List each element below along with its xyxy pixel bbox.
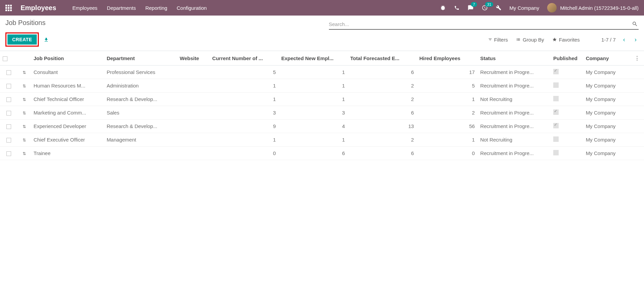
cell-dept: Management [104,133,177,147]
cell-dept [104,147,177,160]
cell-forecast: 6 [347,147,417,160]
activities-badge: 31 [485,2,493,7]
cell-dept: Professional Services [104,66,177,79]
drag-handle-icon[interactable]: ⇅ [23,138,26,143]
table-row[interactable]: ⇅Marketing and Comm...Sales3362Recruitme… [0,106,644,120]
cell-company: My Company [583,133,632,147]
nav-item-reporting[interactable]: Reporting [145,5,167,11]
list-icon [516,37,521,42]
col-published[interactable]: Published [551,51,583,66]
create-button[interactable]: CREATE [7,34,37,45]
breadcrumb: Job Positions [5,19,322,27]
published-checkbox[interactable] [553,96,559,101]
published-checkbox[interactable] [553,82,559,88]
col-dept[interactable]: Department [104,51,177,66]
filters-button[interactable]: Filters [488,37,508,43]
cell-forecast: 13 [347,120,417,133]
nav-item-departments[interactable]: Departments [107,5,136,11]
drag-handle-icon[interactable]: ⇅ [23,111,26,116]
cell-job: Human Resources M... [31,79,104,93]
cell-status: Recruitment in Progre... [477,79,551,93]
cell-dept: Research & Develop... [104,120,177,133]
export-button[interactable] [44,36,49,43]
drag-handle-icon[interactable]: ⇅ [23,84,26,89]
row-checkbox[interactable] [6,111,11,116]
drag-handle-icon[interactable]: ⇅ [23,97,26,102]
tools-icon[interactable] [496,5,501,10]
cell-forecast: 2 [347,79,417,93]
cell-company: My Company [583,106,632,120]
table-row[interactable]: ⇅Trainee0660Recruitment in Progre...My C… [0,147,644,160]
debug-icon[interactable] [440,5,446,11]
cell-expected: 3 [279,106,348,120]
published-checkbox[interactable] [553,123,559,128]
select-all-checkbox[interactable] [3,56,7,61]
app-name[interactable]: Employees [21,4,56,12]
apps-icon[interactable] [5,5,12,11]
create-highlight: CREATE [5,32,39,47]
drag-handle-icon[interactable]: ⇅ [23,124,26,129]
search-input[interactable] [329,21,632,27]
top-navbar: Employees Employees Departments Reportin… [0,0,644,16]
table-row[interactable]: ⇅Experienced DeveloperResearch & Develop… [0,120,644,133]
table-row[interactable]: ⇅ConsultantProfessional Services51617Rec… [0,66,644,79]
messaging-badge: 7 [471,2,477,7]
cell-status: Recruitment in Progre... [477,120,551,133]
col-company[interactable]: Company [583,51,632,66]
col-website[interactable]: Website [177,51,209,66]
cell-job: Consultant [31,66,104,79]
published-checkbox[interactable] [553,136,559,142]
cell-published [551,147,583,160]
table-row[interactable]: ⇅Chief Technical OfficerResearch & Devel… [0,93,644,106]
pager-next[interactable]: › [633,35,639,44]
cell-job: Experienced Developer [31,120,104,133]
col-job[interactable]: Job Position [31,51,104,66]
pager-prev[interactable]: ‹ [621,35,627,44]
company-switcher[interactable]: My Company [509,5,539,11]
messaging-icon[interactable]: 7 [468,5,474,11]
row-checkbox[interactable] [6,138,11,143]
cell-published [551,133,583,147]
table-row[interactable]: ⇅Chief Executive OfficerManagement1121No… [0,133,644,147]
cell-dept: Administration [104,79,177,93]
star-icon [552,37,557,42]
table-row[interactable]: ⇅Human Resources M...Administration1125R… [0,79,644,93]
cell-status: Recruitment in Progre... [477,106,551,120]
published-checkbox[interactable] [553,69,559,74]
cell-current: 1 [209,79,279,93]
nav-item-configuration[interactable]: Configuration [177,5,207,11]
row-checkbox[interactable] [6,151,11,156]
col-expected[interactable]: Expected New Empl... [279,51,348,66]
col-status[interactable]: Status [477,51,551,66]
cell-published [551,106,583,120]
col-forecast[interactable]: Total Forecasted E... [347,51,417,66]
cell-expected: 1 [279,133,348,147]
groupby-button[interactable]: Group By [516,37,544,43]
row-checkbox[interactable] [6,97,11,102]
cell-expected: 4 [279,120,348,133]
nav-item-employees[interactable]: Employees [73,5,97,11]
job-positions-table: Job Position Department Website Current … [0,51,644,160]
user-menu[interactable]: Mitchell Admin (15722349-15-0-all) [547,3,639,12]
optional-columns-icon[interactable]: ⋮ [635,55,640,61]
pager-text[interactable]: 1-7 / 7 [601,37,616,43]
col-current[interactable]: Current Number of ... [209,51,279,66]
cell-published [551,66,583,79]
drag-handle-icon[interactable]: ⇅ [23,151,26,156]
row-checkbox[interactable] [6,84,11,89]
cell-current: 1 [209,133,279,147]
cell-website [177,79,209,93]
col-hired[interactable]: Hired Employees [417,51,478,66]
row-checkbox[interactable] [6,124,11,129]
cell-current: 5 [209,66,279,79]
published-checkbox[interactable] [553,109,559,115]
search-icon[interactable] [631,20,639,28]
favorites-button[interactable]: Favorites [552,37,580,43]
drag-handle-icon[interactable]: ⇅ [23,70,26,75]
published-checkbox[interactable] [553,150,559,155]
row-checkbox[interactable] [6,70,11,75]
cell-company: My Company [583,66,632,79]
phone-icon[interactable] [454,5,459,10]
activities-icon[interactable]: 31 [482,5,488,11]
cell-expected: 1 [279,79,348,93]
